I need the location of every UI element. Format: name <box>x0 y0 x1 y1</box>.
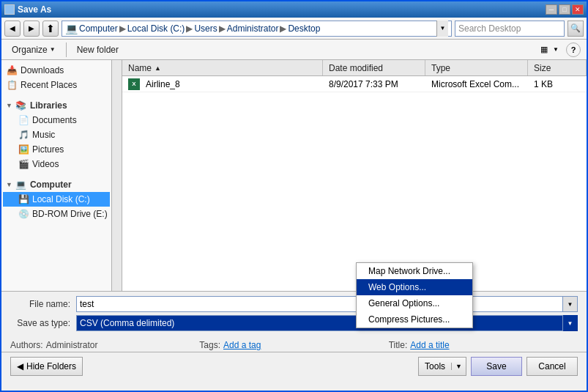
cell-type: Microsoft Excel Com... <box>425 76 528 92</box>
column-header-name[interactable]: Name ▲ <box>122 60 323 75</box>
computer-icon: 💻 <box>65 23 78 34</box>
authors-value: Administrator <box>46 340 98 350</box>
view-icon-button[interactable]: ▦ <box>537 42 551 57</box>
file-name-dropdown[interactable]: ▼ <box>563 296 578 312</box>
sort-arrow-name: ▲ <box>155 64 161 72</box>
sidebar-content: 📥 Downloads 📋 Recent Places ▼ 📚 Librarie… <box>1 60 111 224</box>
sidebar-label-pictures: Pictures <box>32 144 64 155</box>
path-administrator[interactable]: Administrator <box>227 23 279 34</box>
col-date-label: Date modified <box>329 63 383 73</box>
column-header-type[interactable]: Type <box>425 60 528 75</box>
sidebar-item-videos[interactable]: 🎬 Videos <box>3 157 110 171</box>
tools-button[interactable]: Tools ▼ <box>418 357 466 376</box>
sidebar-item-music[interactable]: 🎵 Music <box>3 127 110 142</box>
sidebar-label-videos: Videos <box>32 159 59 169</box>
back-button[interactable]: ◀ <box>4 21 21 37</box>
column-header-date[interactable]: Date modified <box>323 60 425 75</box>
search-input[interactable]: Search Desktop <box>455 21 565 37</box>
address-path: 💻 Computer ▶ Local Disk (C:) ▶ Users ▶ A… <box>65 23 436 34</box>
computer-label: Computer <box>30 180 72 190</box>
sidebar-item-recent-places[interactable]: 📋 Recent Places <box>3 78 110 92</box>
tags-value[interactable]: Add a tag <box>223 340 261 350</box>
tools-dropdown-menu: Map Network Drive... Web Options... Gene… <box>356 262 473 328</box>
minimize-button[interactable]: ─ <box>546 4 557 15</box>
view-dropdown-button[interactable]: ▼ <box>553 46 559 53</box>
sidebar-scrollbar[interactable] <box>111 60 122 291</box>
cancel-button[interactable]: Cancel <box>526 357 578 376</box>
table-row[interactable]: X Airline_8 8/9/2017 7:33 PM Microsoft E… <box>122 76 587 92</box>
excel-file-icon: X <box>128 78 140 90</box>
address-bar: ◀ ▶ ⬆ 💻 Computer ▶ Local Disk (C:) ▶ Use… <box>1 18 587 40</box>
forward-button[interactable]: ▶ <box>23 21 40 37</box>
new-folder-button[interactable]: New folder <box>72 42 123 58</box>
dialog-title: Save As <box>18 4 51 15</box>
tags-label: Tags: <box>199 340 220 350</box>
meta-title: Title: Add a title <box>389 340 578 350</box>
path-desktop[interactable]: Desktop <box>288 23 320 34</box>
local-disk-icon: 💾 <box>18 193 29 205</box>
menu-item-compress-pictures[interactable]: Compress Pictures... <box>357 311 472 328</box>
meta-row: Authors: Administrator Tags: Add a tag T… <box>1 339 587 352</box>
hide-folders-button[interactable]: ◀ Hide Folders <box>10 357 83 376</box>
address-dropdown-button[interactable]: ▼ <box>436 21 448 37</box>
menu-item-general-options[interactable]: General Options... <box>357 295 472 311</box>
dialog-icon <box>4 4 15 15</box>
cell-size: 1 KB <box>528 76 587 92</box>
tools-label: Tools <box>419 361 451 371</box>
up-icon: ⬆ <box>46 23 55 34</box>
menu-item-map-network[interactable]: Map Network Drive... <box>357 263 472 279</box>
search-placeholder: Search Desktop <box>458 23 521 34</box>
maximize-button[interactable]: □ <box>559 4 570 15</box>
title-label: Title: <box>389 340 408 350</box>
title-bar-controls: ─ □ ✕ <box>546 4 584 15</box>
path-local-disk[interactable]: Local Disk (C:) <box>127 23 185 34</box>
sidebar-label-music: Music <box>32 130 55 140</box>
path-users[interactable]: Users <box>194 23 217 34</box>
sidebar-item-bd-rom[interactable]: 💿 BD-ROM Drive (E:) <box>3 207 110 221</box>
sidebar-item-documents[interactable]: 📄 Documents <box>3 113 110 127</box>
search-button[interactable]: 🔍 <box>567 21 584 37</box>
help-button[interactable]: ? <box>566 42 581 57</box>
sidebar-label-local-disk: Local Disk (C:) <box>32 194 90 204</box>
toolbar: Organize ▼ New folder ▦ ▼ ? <box>1 40 587 60</box>
close-button[interactable]: ✕ <box>572 4 584 15</box>
libraries-header[interactable]: ▼ 📚 Libraries <box>3 97 110 113</box>
path-computer[interactable]: Computer <box>79 23 118 34</box>
computer-header[interactable]: ▼ 💻 Computer <box>3 176 110 192</box>
sidebar-item-downloads[interactable]: 📥 Downloads <box>3 63 110 78</box>
col-type-label: Type <box>431 63 450 73</box>
meta-authors: Authors: Administrator <box>10 340 199 350</box>
sidebar-item-pictures[interactable]: 🖼️ Pictures <box>3 142 110 157</box>
hide-folders-label: Hide Folders <box>26 361 76 371</box>
computer-expand-icon: ▼ <box>6 181 12 188</box>
save-as-type-dropdown[interactable]: ▼ <box>563 315 578 331</box>
tools-dropdown-icon: ▼ <box>451 363 466 370</box>
forward-icon: ▶ <box>29 24 34 32</box>
col-name-label: Name <box>128 63 152 73</box>
file-name-label: File name: <box>10 299 76 309</box>
save-as-type-select[interactable]: CSV (Comma delimited) ▼ <box>76 315 578 331</box>
save-button[interactable]: Save <box>471 357 522 376</box>
libraries-expand-icon: ▼ <box>6 102 12 109</box>
sidebar-label-downloads: Downloads <box>21 65 64 75</box>
menu-item-web-options[interactable]: Web Options... <box>357 279 472 295</box>
sidebar-item-local-disk[interactable]: 💾 Local Disk (C:) <box>3 192 110 207</box>
documents-icon: 📄 <box>18 114 29 126</box>
recent-places-icon: 📋 <box>6 79 18 91</box>
back-icon: ◀ <box>10 24 15 32</box>
file-name-input[interactable] <box>76 296 563 312</box>
address-combo[interactable]: 💻 Computer ▶ Local Disk (C:) ▶ Users ▶ A… <box>62 21 452 37</box>
new-folder-label: New folder <box>77 45 119 55</box>
organize-button[interactable]: Organize ▼ <box>7 42 60 58</box>
videos-icon: 🎬 <box>18 158 29 170</box>
meta-tags: Tags: Add a tag <box>199 340 388 350</box>
title-bar-left: Save As <box>4 4 51 15</box>
up-button[interactable]: ⬆ <box>42 21 59 37</box>
bd-rom-icon: 💿 <box>18 208 29 220</box>
column-header-size[interactable]: Size <box>528 60 587 75</box>
action-bar: ◀ Hide Folders Tools ▼ Save Cancel Map N… <box>1 352 587 380</box>
sidebar-label-recent-places: Recent Places <box>21 80 77 90</box>
title-value[interactable]: Add a title <box>410 340 449 350</box>
sidebar-label-bd-rom: BD-ROM Drive (E:) <box>32 209 108 219</box>
sidebar: 📥 Downloads 📋 Recent Places ▼ 📚 Librarie… <box>1 60 122 291</box>
